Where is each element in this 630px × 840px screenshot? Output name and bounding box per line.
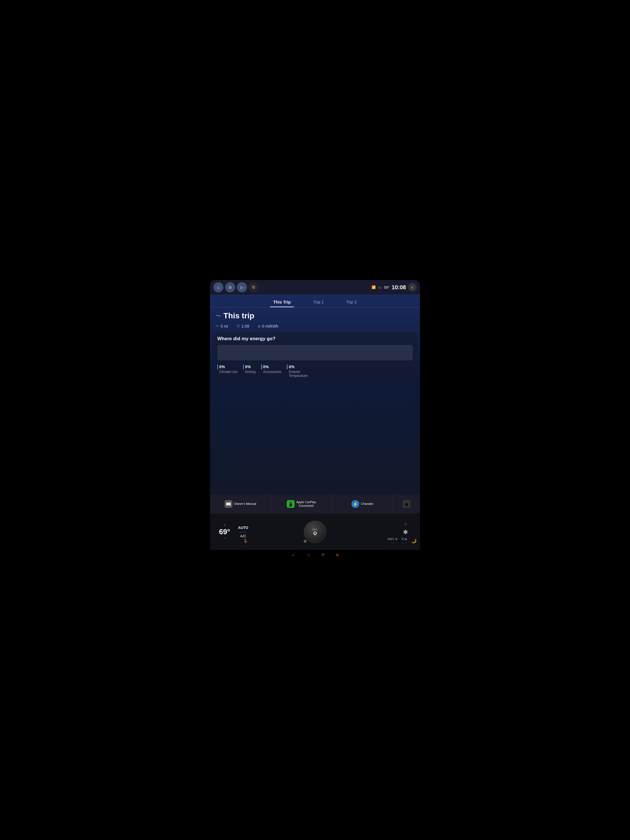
vol-label: VOL (312, 528, 318, 531)
time-value: 1:09 (242, 324, 249, 328)
exterior-temp-bar-indicator (287, 364, 287, 369)
tab-this-trip[interactable]: This Trip (262, 298, 302, 307)
temperature-display: 59° (384, 285, 390, 289)
max-defrost-button[interactable]: MAX ❄— — (387, 537, 398, 544)
trip-title: This trip (223, 311, 254, 321)
driving-bar-indicator (243, 364, 244, 369)
carplay-icon: 📱 (287, 500, 295, 508)
seat-dots: — — (243, 545, 248, 547)
nav-icons: ⌂ ⊙ ▷ © (213, 282, 259, 292)
seat-icon: 🪑 (243, 539, 248, 544)
owners-manual-icon: 📖 (224, 500, 232, 508)
climate-off-button[interactable]: 🌙 (411, 538, 417, 543)
left-temp-plus[interactable]: + (223, 523, 226, 528)
stat-distance: 〜 0 mi (216, 324, 228, 329)
distance-icon: 〜 (216, 324, 219, 329)
energy-title: Where did my energy go? (217, 336, 413, 342)
trip-stats: 〜 0 mi ⏱ 1:09 ⊘ 0 mi/kWh (210, 322, 420, 332)
signal-icon: ↑↓ (378, 285, 382, 289)
defrost-icon[interactable]: ❄ (403, 529, 408, 536)
owners-manual-button[interactable]: 📖 Owner's Manual (210, 494, 271, 513)
legend-exterior-temp: 0% ExteriorTemperature (287, 364, 308, 378)
stat-efficiency: ⊘ 0 mi/kWh (257, 324, 278, 329)
rear-defrost-button[interactable]: R ❄— — (401, 537, 407, 544)
ac-label[interactable]: A/C (240, 534, 246, 538)
chandler-button[interactable]: ⚡ Chandler (332, 494, 393, 513)
climate-bar-indicator (217, 364, 218, 369)
auto-label[interactable]: AUTO (238, 526, 248, 530)
status-bar: ⌂ ⊙ ▷ © 📶 ↑↓ 59° 10:08 c (210, 280, 420, 295)
climate-bar: + 69° − AUTO — — A/C VOL ⏻ + ❄ − 🪑 — — (210, 513, 420, 550)
fan-dots: — — (303, 545, 308, 547)
brand-button[interactable]: © (249, 282, 259, 292)
tab-trip1[interactable]: Trip 1 (302, 298, 335, 307)
legend-climate: 0% Climate Use (217, 364, 237, 378)
main-screen: ⌂ ⊙ ▷ © 📶 ↑↓ 59° 10:08 c This Trip Trip … (210, 280, 420, 560)
accessories-pct: 0% (263, 365, 269, 369)
chandler-label: Chandler (361, 502, 374, 506)
climate-center-controls: AUTO — — A/C (238, 526, 248, 538)
chandler-icon: ⚡ (351, 500, 359, 508)
time-icon: ⏱ (236, 324, 240, 328)
energy-legend: 0% Climate Use 0% Driving 0% (217, 364, 413, 379)
right-temp-plus[interactable]: + (404, 522, 407, 527)
energy-section: Where did my energy go? 0% Climate Use 0… (213, 332, 417, 383)
exterior-temp-label: ExteriorTemperature (289, 370, 308, 378)
dots-button[interactable]: ⊙ (225, 282, 235, 292)
main-content: This Trip Trip 1 Trip 2 〜 This trip 〜 0 … (210, 295, 420, 494)
legend-accessories: 0% Accessories (261, 364, 281, 378)
driving-label: Driving (245, 370, 255, 374)
carplay-button[interactable]: 📱 Apple CarPlayConnected (271, 494, 332, 513)
home-button[interactable]: ⌂ (213, 282, 223, 292)
nav-status-icon: 🔺 (291, 553, 296, 557)
user-button[interactable]: c (408, 283, 417, 292)
status-right: 📶 ↑↓ 59° 10:08 c (371, 283, 417, 292)
stat-time: ⏱ 1:09 (236, 324, 249, 329)
warning-status-icon: ⚠ (307, 553, 311, 557)
climate-label: Climate Use (219, 370, 237, 374)
trip-icon: 〜 (216, 312, 221, 320)
exterior-temp-pct: 0% (289, 365, 294, 369)
climate-bottom-row: 🪑 — — ❄ — — MAX ❄— — R ❄— — 🌙 (210, 539, 420, 547)
tab-trip2[interactable]: Trip 2 (335, 298, 368, 307)
efficiency-icon: ⊘ (257, 324, 261, 328)
driving-pct: 0% (245, 365, 251, 369)
drive-status-icon: ≋ (336, 553, 339, 557)
accessories-bar-indicator (261, 364, 262, 369)
accessories-label: Accessories (263, 370, 281, 374)
fan-icon: ❄ (303, 539, 307, 544)
distance-value: 0 mi (221, 324, 228, 328)
left-temp-value: 69° (219, 528, 230, 536)
legend-driving: 0% Driving (243, 364, 255, 378)
carplay-label: Apple CarPlayConnected (296, 501, 316, 508)
fan-lines: — — (239, 531, 247, 534)
more-icon: ◉ (403, 500, 411, 508)
seat-heat-button[interactable]: 🪑 — — (243, 539, 248, 547)
trip-header: 〜 This trip (210, 308, 420, 322)
climate-pct: 0% (219, 365, 225, 369)
tabs-bar: This Trip Trip 1 Trip 2 (210, 295, 420, 308)
more-button[interactable]: ◉ (393, 494, 420, 513)
fan-button[interactable]: ❄ — — (303, 539, 308, 547)
time-display: 10:08 (392, 284, 406, 291)
efficiency-value: 0 mi/kWh (262, 324, 278, 328)
climate-left: + 69° − (213, 523, 236, 541)
media-button[interactable]: ▷ (237, 282, 247, 292)
wifi-icon: 📶 (371, 285, 376, 289)
bottom-status-bar: 🔺 ⚠ P ≋ (210, 550, 420, 560)
bottom-apps-bar: 📖 Owner's Manual 📱 Apple CarPlayConnecte… (210, 494, 420, 513)
owners-manual-label: Owner's Manual (234, 502, 256, 506)
park-status-icon: P (322, 553, 324, 557)
power-icon: ⏻ (313, 531, 317, 535)
energy-bar-container (217, 345, 413, 360)
